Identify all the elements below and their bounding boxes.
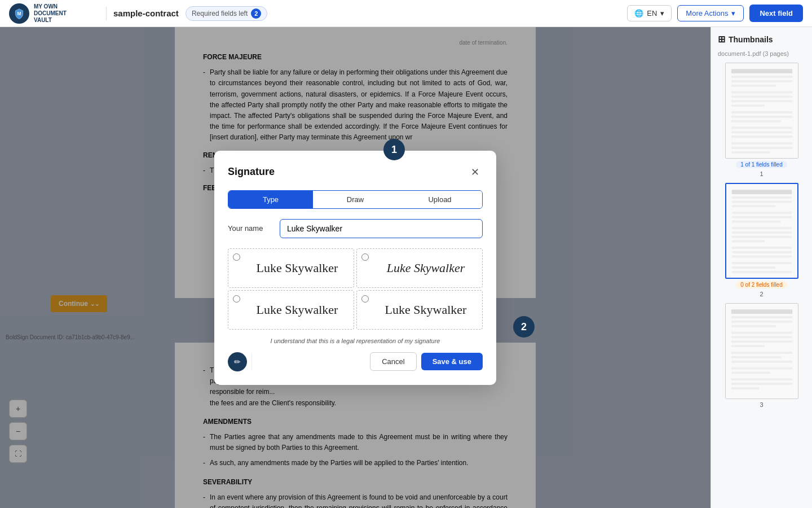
thumb-page-1: 1: [760, 170, 763, 177]
svg-rect-25: [731, 216, 792, 218]
svg-rect-16: [731, 142, 792, 144]
doc-filename: document-1.pdf: [718, 50, 761, 57]
name-row: Your name: [228, 219, 483, 238]
svg-rect-34: [731, 262, 792, 264]
svg-rect-9: [731, 104, 764, 107]
tab-draw[interactable]: Draw: [313, 191, 398, 208]
doc-name: sample-contract: [113, 8, 179, 18]
svg-rect-38: [731, 309, 792, 314]
chevron-down-icon: ▾: [660, 9, 664, 17]
lang-label: EN: [647, 9, 657, 17]
globe-icon: 🌐: [634, 9, 643, 17]
modal-footer: ✏ Cancel Save & use: [228, 352, 483, 371]
sig-radio-1[interactable]: [233, 253, 240, 261]
modal-close-button[interactable]: ✕: [467, 164, 483, 180]
sig-option-2[interactable]: Luke Skywalker: [356, 248, 483, 288]
pencil-icon: ✏: [234, 357, 241, 366]
thumbnail-2[interactable]: 0 of 2 fields filled 2: [718, 183, 805, 297]
svg-rect-51: [731, 378, 792, 380]
signature-modal: Signature ✕ Type Draw Upload: [214, 151, 496, 385]
chevron-down-icon: ▾: [731, 9, 735, 17]
footer-divider: [251, 354, 252, 370]
svg-rect-28: [731, 231, 792, 234]
modal-header: Signature ✕: [228, 164, 483, 180]
svg-rect-36: [731, 271, 792, 273]
svg-rect-45: [731, 345, 764, 347]
svg-rect-35: [731, 266, 775, 269]
svg-rect-39: [731, 316, 792, 318]
sig-option-4[interactable]: Luke Skywalker: [356, 290, 483, 330]
svg-rect-10: [731, 111, 792, 113]
svg-rect-30: [731, 240, 764, 242]
sig-radio-2[interactable]: [361, 253, 369, 261]
sig-radio-3[interactable]: [233, 295, 240, 303]
sig-option-3[interactable]: Luke Skywalker: [228, 290, 354, 330]
tab-upload[interactable]: Upload: [398, 191, 482, 208]
svg-text:M: M: [17, 11, 21, 16]
required-count: 2: [251, 8, 261, 19]
svg-rect-41: [731, 325, 775, 327]
svg-rect-18: [731, 151, 770, 154]
topbar-divider: [106, 7, 107, 20]
thumb-page-2: 2: [760, 291, 763, 297]
svg-rect-22: [731, 201, 792, 203]
svg-rect-33: [731, 256, 792, 258]
cancel-button[interactable]: Cancel: [370, 352, 416, 371]
logo-text: MY OWN DOCUMENT VAULT: [34, 3, 79, 24]
svg-rect-14: [731, 131, 792, 133]
svg-rect-17: [731, 147, 792, 149]
svg-rect-44: [731, 340, 792, 343]
doc-file-label: document-1.pdf (3 pages): [718, 50, 805, 57]
legal-text: I understand that this is a legal repres…: [228, 338, 483, 344]
more-actions-button[interactable]: More Actions ▾: [677, 5, 744, 21]
sig-radio-4[interactable]: [361, 295, 369, 303]
logo-area: M MY OWN DOCUMENT VAULT: [9, 3, 99, 24]
svg-rect-21: [731, 196, 792, 199]
svg-rect-13: [731, 127, 792, 129]
svg-rect-7: [731, 95, 792, 98]
svg-rect-49: [731, 367, 792, 370]
lang-button[interactable]: 🌐 EN ▾: [627, 5, 672, 21]
svg-rect-15: [731, 135, 792, 138]
sig-text-4: Luke Skywalker: [385, 303, 467, 317]
sidebar-title: Thumbnails: [729, 35, 773, 44]
thumb-badge-1: 1 of 1 fields filled: [736, 161, 787, 168]
save-use-button[interactable]: Save & use: [421, 353, 483, 370]
more-actions-label: More Actions: [686, 9, 728, 17]
svg-rect-27: [731, 227, 792, 229]
svg-rect-32: [731, 251, 792, 253]
close-icon: ✕: [471, 166, 479, 178]
tab-type[interactable]: Type: [228, 191, 313, 208]
doc-area: date of termination. FORCE MAJEURE - Par…: [0, 27, 710, 508]
svg-rect-8: [731, 100, 792, 102]
signature-grid: Luke Skywalker Luke Skywalker Luke Skywa…: [228, 248, 483, 330]
svg-rect-5: [731, 85, 775, 87]
logo-icon: M: [9, 3, 29, 24]
edit-button[interactable]: ✏: [228, 352, 247, 371]
next-field-button[interactable]: Next field: [749, 5, 803, 22]
signature-tabs: Type Draw Upload: [228, 190, 483, 209]
thumbnail-1[interactable]: 1 of 1 fields filled 1: [718, 63, 805, 177]
topbar: M MY OWN DOCUMENT VAULT sample-contract …: [0, 0, 812, 27]
svg-rect-40: [731, 321, 792, 323]
svg-rect-53: [731, 387, 758, 389]
svg-rect-52: [731, 383, 792, 385]
step-2-number: 2: [521, 321, 527, 333]
cancel-label: Cancel: [382, 357, 404, 366]
thumbnail-3[interactable]: 3: [718, 303, 805, 408]
thumb-badge-2: 0 of 2 fields filled: [736, 281, 787, 288]
svg-rect-42: [731, 332, 792, 334]
svg-rect-20: [731, 190, 792, 194]
svg-rect-6: [731, 91, 792, 94]
name-input[interactable]: [280, 219, 483, 238]
topbar-right: 🌐 EN ▾ More Actions ▾ Next field: [627, 5, 803, 22]
step-badge-2: 2: [513, 316, 535, 338]
svg-rect-2: [731, 69, 792, 73]
sig-text-1: Luke Skywalker: [257, 261, 338, 275]
thumbnails-icon: ⊞: [718, 34, 725, 45]
main-layout: date of termination. FORCE MAJEURE - Par…: [0, 27, 812, 508]
svg-rect-3: [731, 76, 792, 78]
modal-backdrop: 1 Signature ✕ Type Draw: [0, 27, 710, 508]
sig-option-1[interactable]: Luke Skywalker: [228, 248, 354, 288]
svg-rect-4: [731, 80, 792, 82]
